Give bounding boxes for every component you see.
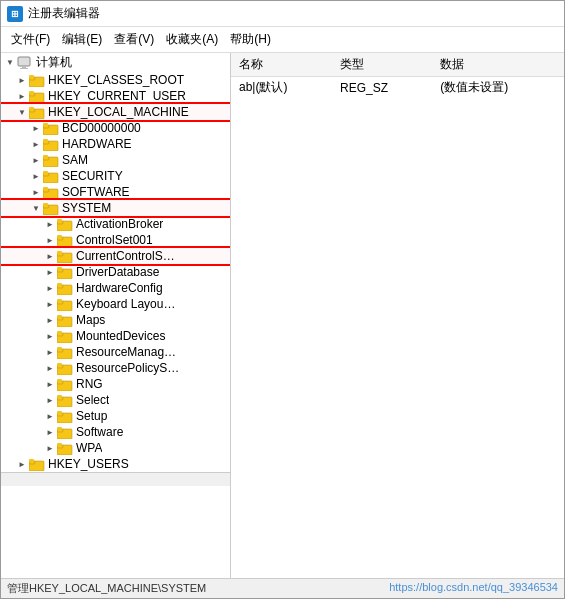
tree-label-keyboardlayout: Keyboard Layou… bbox=[76, 297, 175, 311]
expand-icon-resourcepolicys[interactable]: ► bbox=[43, 361, 57, 375]
tree-item-software_hlm[interactable]: ► SOFTWARE bbox=[1, 184, 230, 200]
expand-icon-hkey_local_machine[interactable]: ▼ bbox=[15, 105, 29, 119]
folder-icon-currentcontrolset bbox=[57, 249, 73, 263]
tree-panel[interactable]: ▼计算机► HKEY_CLASSES_ROOT► HKEY_CURRENT_US… bbox=[1, 53, 231, 578]
expand-icon-mounteddevices[interactable]: ► bbox=[43, 329, 57, 343]
folder-icon-software bbox=[57, 425, 73, 439]
menu-file[interactable]: 文件(F) bbox=[5, 29, 56, 50]
menu-view[interactable]: 查看(V) bbox=[108, 29, 160, 50]
svg-rect-2 bbox=[20, 68, 28, 69]
tree-item-driverdatabase[interactable]: ► DriverDatabase bbox=[1, 264, 230, 280]
folder-icon-hardwareconfig bbox=[57, 281, 73, 295]
status-text: 管理HKEY_LOCAL_MACHINE\SYSTEM bbox=[7, 581, 206, 596]
tree-item-maps[interactable]: ► Maps bbox=[1, 312, 230, 328]
expand-icon-setup[interactable]: ► bbox=[43, 409, 57, 423]
expand-icon-sam[interactable]: ► bbox=[29, 153, 43, 167]
expand-icon-maps[interactable]: ► bbox=[43, 313, 57, 327]
tree-item-security[interactable]: ► SECURITY bbox=[1, 168, 230, 184]
watermark: https://blog.csdn.net/qq_39346534 bbox=[389, 581, 558, 596]
expand-icon-software_hlm[interactable]: ► bbox=[29, 185, 43, 199]
tree-label-controlset001: ControlSet001 bbox=[76, 233, 153, 247]
menu-help[interactable]: 帮助(H) bbox=[224, 29, 277, 50]
tree-label-hardwareconfig: HardwareConfig bbox=[76, 281, 163, 295]
tree-item-software[interactable]: ► Software bbox=[1, 424, 230, 440]
tree-label-mounteddevices: MountedDevices bbox=[76, 329, 165, 343]
svg-rect-41 bbox=[57, 267, 62, 270]
tree-item-wpa[interactable]: ► WPA bbox=[1, 440, 230, 456]
menu-favorites[interactable]: 收藏夹(A) bbox=[160, 29, 224, 50]
tree-item-computer[interactable]: ▼计算机 bbox=[1, 53, 230, 72]
expand-icon-activationbroker[interactable]: ► bbox=[43, 217, 57, 231]
expand-icon-select[interactable]: ► bbox=[43, 393, 57, 407]
main-content: ▼计算机► HKEY_CLASSES_ROOT► HKEY_CURRENT_US… bbox=[1, 53, 564, 578]
menu-bar: 文件(F) 编辑(E) 查看(V) 收藏夹(A) 帮助(H) bbox=[1, 27, 564, 53]
tree-label-activationbroker: ActivationBroker bbox=[76, 217, 163, 231]
tree-item-hkey_current_user[interactable]: ► HKEY_CURRENT_USER bbox=[1, 88, 230, 104]
expand-icon-hardwareconfig[interactable]: ► bbox=[43, 281, 57, 295]
tree-item-currentcontrolset[interactable]: ► CurrentControlS… bbox=[1, 248, 230, 264]
expand-icon-driverdatabase[interactable]: ► bbox=[43, 265, 57, 279]
expand-icon-resourcemanag[interactable]: ► bbox=[43, 345, 57, 359]
tree-item-controlset001[interactable]: ► ControlSet001 bbox=[1, 232, 230, 248]
expand-icon-rng[interactable]: ► bbox=[43, 377, 57, 391]
tree-item-keyboardlayout[interactable]: ► Keyboard Layou… bbox=[1, 296, 230, 312]
tree-label-software_hlm: SOFTWARE bbox=[62, 185, 130, 199]
tree-label-resourcemanag: ResourceManag… bbox=[76, 345, 176, 359]
tree-item-hkey_classes_root[interactable]: ► HKEY_CLASSES_ROOT bbox=[1, 72, 230, 88]
folder-icon-maps bbox=[57, 313, 73, 327]
tree-item-sam[interactable]: ► SAM bbox=[1, 152, 230, 168]
folder-icon-select bbox=[57, 393, 73, 407]
table-row[interactable]: ab|(默认)REG_SZ(数值未设置) bbox=[231, 77, 564, 99]
title-bar: ⊞ 注册表编辑器 bbox=[1, 1, 564, 27]
folder-icon-hkey_local_machine bbox=[29, 105, 45, 119]
svg-rect-65 bbox=[57, 395, 62, 398]
expand-icon-keyboardlayout[interactable]: ► bbox=[43, 297, 57, 311]
app-icon: ⊞ bbox=[7, 6, 23, 22]
expand-icon-hkey_current_user[interactable]: ► bbox=[15, 89, 29, 103]
title-text: 注册表编辑器 bbox=[28, 5, 100, 22]
tree-item-select[interactable]: ► Select bbox=[1, 392, 230, 408]
menu-edit[interactable]: 编辑(E) bbox=[56, 29, 108, 50]
tree-item-hkey_users[interactable]: ► HKEY_USERS bbox=[1, 456, 230, 472]
tree-item-system[interactable]: ▼ SYSTEM bbox=[1, 200, 230, 216]
expand-icon-controlset001[interactable]: ► bbox=[43, 233, 57, 247]
tree-label-hkey_local_machine: HKEY_LOCAL_MACHINE bbox=[48, 105, 189, 119]
cell-type: REG_SZ bbox=[332, 77, 432, 99]
svg-rect-8 bbox=[29, 91, 34, 94]
tree-item-setup[interactable]: ► Setup bbox=[1, 408, 230, 424]
expand-icon-security[interactable]: ► bbox=[29, 169, 43, 183]
folder-icon-security bbox=[43, 169, 59, 183]
expand-icon-currentcontrolset[interactable]: ► bbox=[43, 249, 57, 263]
folder-icon-resourcemanag bbox=[57, 345, 73, 359]
folder-icon-sam bbox=[43, 153, 59, 167]
tree-item-rng[interactable]: ► RNG bbox=[1, 376, 230, 392]
tree-item-hkey_local_machine[interactable]: ▼ HKEY_LOCAL_MACHINE bbox=[1, 104, 230, 120]
expand-icon-hkey_users[interactable]: ► bbox=[15, 457, 29, 471]
tree-item-resourcepolicys[interactable]: ► ResourcePolicyS… bbox=[1, 360, 230, 376]
expand-icon-system[interactable]: ▼ bbox=[29, 201, 43, 215]
tree-item-hardwareconfig[interactable]: ► HardwareConfig bbox=[1, 280, 230, 296]
tree-label-sam: SAM bbox=[62, 153, 88, 167]
tree-item-resourcemanag[interactable]: ► ResourceManag… bbox=[1, 344, 230, 360]
svg-rect-29 bbox=[43, 203, 48, 206]
expand-icon-bcd00000000[interactable]: ► bbox=[29, 121, 43, 135]
svg-rect-44 bbox=[57, 283, 62, 286]
tree-item-mounteddevices[interactable]: ► MountedDevices bbox=[1, 328, 230, 344]
cell-name: ab|(默认) bbox=[231, 77, 332, 99]
svg-rect-59 bbox=[57, 363, 62, 366]
tree-item-bcd00000000[interactable]: ► BCD00000000 bbox=[1, 120, 230, 136]
values-table: 名称 类型 数据 ab|(默认)REG_SZ(数值未设置) bbox=[231, 53, 564, 98]
folder-icon-system bbox=[43, 201, 59, 215]
tree-label-hardware: HARDWARE bbox=[62, 137, 132, 151]
folder-icon-driverdatabase bbox=[57, 265, 73, 279]
expand-icon-hardware[interactable]: ► bbox=[29, 137, 43, 151]
expand-icon-computer[interactable]: ▼ bbox=[3, 56, 17, 70]
tree-label-maps: Maps bbox=[76, 313, 105, 327]
expand-icon-hkey_classes_root[interactable]: ► bbox=[15, 73, 29, 87]
horizontal-scrollbar[interactable] bbox=[1, 472, 230, 486]
expand-icon-software[interactable]: ► bbox=[43, 425, 57, 439]
tree-item-activationbroker[interactable]: ► ActivationBroker bbox=[1, 216, 230, 232]
tree-label-select: Select bbox=[76, 393, 109, 407]
tree-item-hardware[interactable]: ► HARDWARE bbox=[1, 136, 230, 152]
expand-icon-wpa[interactable]: ► bbox=[43, 441, 57, 455]
